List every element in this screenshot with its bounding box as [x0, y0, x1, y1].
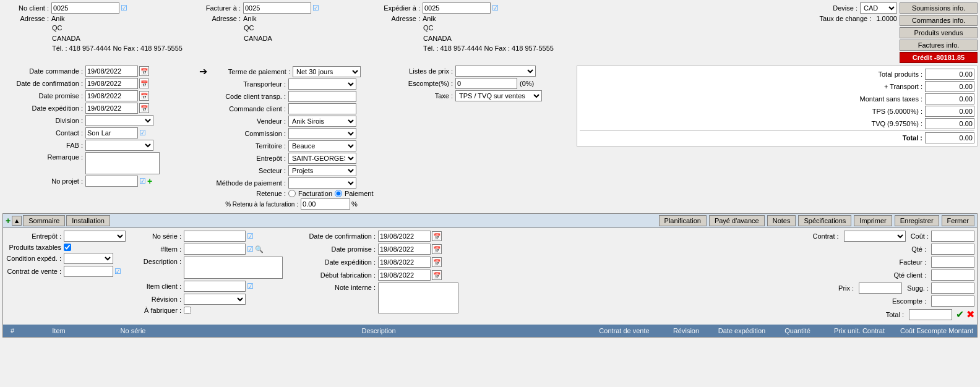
a-fabriquer-checkbox[interactable]: [184, 307, 191, 314]
soumissions-button[interactable]: Soumissions info.: [900, 2, 978, 14]
date-commande-input[interactable]: [85, 66, 138, 77]
devise-select[interactable]: CAD USD: [860, 2, 897, 14]
commandes-button[interactable]: Commandes info.: [900, 15, 978, 26]
fermer-button[interactable]: Fermer: [942, 215, 974, 226]
produits-taxables-checkbox[interactable]: [64, 244, 71, 251]
cout-input[interactable]: [931, 231, 974, 242]
qte-client-input[interactable]: [931, 270, 974, 281]
paye-avance-button[interactable]: Payé d'avance: [709, 215, 765, 226]
move-up-button[interactable]: ▲: [12, 216, 22, 226]
imprimer-button[interactable]: Imprimer: [854, 215, 892, 226]
item-client-input[interactable]: [184, 281, 246, 292]
right-buttons-panel: Soumissions info. Commandes info. Produi…: [897, 2, 978, 63]
date-expedition-input[interactable]: [85, 103, 138, 114]
terme-select[interactable]: Net 30 jours: [293, 66, 361, 77]
credit-button[interactable]: Crédit -80181.85: [900, 52, 978, 63]
item-check-icon[interactable]: ☑: [247, 245, 254, 253]
facturer-check-icon[interactable]: ☑: [312, 4, 319, 12]
confirm-check-icon[interactable]: ✔: [956, 308, 964, 320]
facturer-input[interactable]: [243, 2, 311, 14]
facteur-input[interactable]: [931, 257, 974, 268]
item-client-check-icon[interactable]: ☑: [247, 282, 254, 291]
detail-date-promise-cal[interactable]: 📅: [432, 244, 442, 254]
th-item: Item: [22, 327, 96, 334]
entrepot-detail-select[interactable]: [64, 231, 126, 242]
vendeur-label: Vendeur :: [199, 117, 286, 125]
note-interne-textarea[interactable]: [378, 283, 458, 313]
remarque-textarea[interactable]: [85, 152, 160, 174]
detail-date-expedition-input[interactable]: [378, 257, 431, 268]
expedier-check-icon[interactable]: ☑: [492, 4, 499, 12]
detail-date-confirmation-input[interactable]: [378, 231, 431, 242]
factures-button[interactable]: Factures info.: [900, 40, 978, 51]
date-expedition-cal-icon[interactable]: 📅: [139, 103, 149, 113]
item-input[interactable]: [184, 244, 246, 255]
description-textarea[interactable]: [184, 257, 283, 279]
percent-sign: %: [351, 200, 358, 208]
date-commande-cal-icon[interactable]: 📅: [139, 66, 149, 76]
sugg-input[interactable]: [931, 283, 974, 294]
division-label: Division :: [2, 117, 83, 124]
condition-exped-select[interactable]: [64, 253, 113, 264]
specifications-button[interactable]: Spécifications: [798, 215, 851, 226]
enregistrer-button[interactable]: Enregistrer: [895, 215, 939, 226]
date-promise-cal-icon[interactable]: 📅: [139, 91, 149, 101]
no-serie-input[interactable]: [184, 231, 246, 242]
debut-fabrication-cal[interactable]: 📅: [432, 270, 442, 280]
listes-prix-select[interactable]: [455, 66, 536, 77]
tab-sommaire[interactable]: Sommaire: [23, 215, 65, 226]
total-detail-input[interactable]: [909, 309, 952, 320]
item-search-icon[interactable]: 🔍: [255, 245, 264, 253]
methode-select[interactable]: [288, 177, 356, 189]
contrat-vente-input[interactable]: [64, 266, 113, 277]
retenue-paiement-radio[interactable]: [335, 190, 342, 197]
debut-fabrication-input[interactable]: [378, 270, 431, 281]
notes-button[interactable]: Notes: [767, 215, 796, 226]
date-promise-input[interactable]: [85, 90, 138, 101]
detail-date-confirmation-cal[interactable]: 📅: [432, 231, 442, 241]
client-input[interactable]: [51, 2, 119, 14]
escompte-detail-input[interactable]: [931, 296, 974, 307]
no-projet-plus-icon[interactable]: +: [147, 176, 152, 186]
commande-client-input[interactable]: [288, 103, 356, 114]
percent-retenu-input[interactable]: [301, 198, 350, 210]
code-transp-input[interactable]: [288, 91, 356, 102]
qte-detail-input[interactable]: [931, 244, 974, 255]
contact-input[interactable]: [85, 127, 138, 138]
secteur-select[interactable]: Projets: [288, 165, 356, 176]
division-select[interactable]: [85, 115, 153, 126]
client-check-icon[interactable]: ☑: [121, 4, 127, 12]
fab-select[interactable]: [85, 140, 153, 151]
date-confirmation-input[interactable]: [85, 78, 138, 89]
no-projet-check-icon[interactable]: ☑: [139, 177, 146, 185]
retenue-facturation-radio[interactable]: [288, 190, 296, 197]
add-tab-icon[interactable]: +: [6, 216, 11, 226]
total-label: Total :: [903, 134, 922, 142]
date-confirmation-cal-icon[interactable]: 📅: [139, 79, 149, 88]
territoire-select[interactable]: Beauce: [288, 140, 356, 151]
revision-select[interactable]: [184, 294, 246, 305]
cancel-x-icon[interactable]: ✖: [966, 308, 974, 320]
facturer-qc: QC: [244, 23, 374, 33]
entrepot-payment-select[interactable]: SAINT-GEORGES: [288, 153, 356, 164]
transporteur-select[interactable]: [288, 79, 356, 90]
escompte-input[interactable]: [455, 78, 517, 89]
commission-select[interactable]: [288, 128, 356, 139]
no-projet-input[interactable]: [85, 176, 138, 187]
contrat-detail-select[interactable]: [844, 231, 906, 242]
vendeur-select[interactable]: Anik Sirois: [288, 116, 356, 127]
planification-button[interactable]: Planification: [659, 215, 707, 226]
produits-button[interactable]: Produits vendus: [900, 27, 978, 38]
detail-date-expedition-cal[interactable]: 📅: [432, 257, 442, 267]
taxe-select[interactable]: TPS / TVQ sur ventes: [455, 90, 542, 101]
contrat-vente-check-icon[interactable]: ☑: [114, 267, 121, 276]
prix-detail-input[interactable]: [859, 283, 902, 294]
transport-value: [925, 81, 974, 92]
facturer-label: Facturer à :: [194, 4, 241, 12]
tab-installation[interactable]: Installation: [66, 215, 110, 226]
no-serie-check-icon[interactable]: ☑: [247, 232, 254, 240]
contact-check-icon[interactable]: ☑: [139, 129, 146, 137]
detail-date-promise-input[interactable]: [378, 244, 431, 255]
percent-retenu-label: % Retenu à la facturation :: [199, 201, 298, 208]
expedier-input[interactable]: [423, 2, 491, 14]
